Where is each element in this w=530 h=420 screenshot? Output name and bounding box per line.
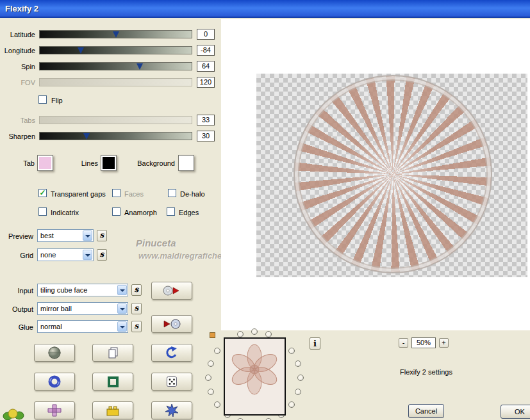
latitude-value[interactable]: 0 [197,29,215,40]
sphere-button[interactable] [34,344,75,362]
zoom-in-button[interactable]: + [439,338,449,348]
preset-dot[interactable] [214,348,220,354]
green-frame-icon [106,375,120,389]
transparent-gaps-checkbox[interactable]: ✓ [38,189,47,197]
preview-canvas[interactable] [221,19,530,330]
de-halo-label: De-halo [180,190,205,198]
output-select[interactable]: mirror ball [37,302,128,315]
indicatrix-checkbox[interactable] [38,207,47,216]
output-random-button[interactable]: s [131,303,142,314]
zoom-out-button[interactable]: - [399,338,408,348]
titlebar[interactable]: Flexify 2 [0,0,530,18]
preview-select[interactable]: best [37,229,94,242]
fov-row: FOV 120 [0,77,221,90]
input-random-button[interactable]: s [131,284,142,296]
slider-thumb[interactable] [113,31,119,38]
preview-label: Preview [0,232,33,240]
spin-value[interactable]: 64 [197,61,215,72]
slider-thumb[interactable] [83,133,90,140]
tab-color-label: Tab [12,159,35,167]
background-color-swatch[interactable] [178,155,194,171]
preset-dot[interactable] [237,331,244,337]
flexify2-dialog: Flexify 2 Latitude 0 Longitude -84 Spin … [0,0,530,420]
preset-dot[interactable] [288,401,295,408]
cancel-button[interactable]: Cancel [408,404,444,418]
preset-dot[interactable] [295,360,301,367]
longitude-value[interactable]: -84 [197,45,215,56]
flame-flower-icon[interactable] [3,406,26,420]
latitude-label: Latitude [0,31,35,38]
frame-button[interactable] [92,373,133,391]
cross-unfold-icon [47,403,62,417]
chevron-down-icon[interactable] [83,250,92,260]
de-halo-checkbox[interactable] [168,189,176,197]
slider-thumb[interactable] [78,47,84,54]
tabs-row: Tabs 33 [0,115,221,127]
copy-button[interactable] [92,344,133,362]
preset-dot[interactable] [208,360,214,367]
status-text: Flexify 2 settings [365,368,487,376]
edges-label: Edges [179,209,199,216]
preset-dot[interactable] [297,375,304,381]
glue-select[interactable]: normal [37,320,128,333]
faces-label: Faces [124,190,144,198]
preset-dot[interactable] [295,389,301,395]
preset-thumbnail[interactable] [224,337,286,416]
lego-brick-icon [105,403,120,417]
sharpen-value[interactable]: 30 [197,131,215,141]
preview-random-button[interactable]: s [97,230,107,241]
cross-unfold-button[interactable] [34,401,75,419]
ok-button[interactable]: OK [501,405,530,419]
chevron-down-icon[interactable] [117,321,127,332]
chevron-down-icon[interactable] [117,303,127,314]
grid-random-button[interactable]: s [97,249,107,261]
longitude-slider[interactable] [39,46,192,54]
spin-slider[interactable] [39,62,192,70]
torus-button[interactable] [34,373,75,391]
preset-dot[interactable] [251,328,258,335]
grid-select[interactable]: none [37,248,94,261]
render-disc-button[interactable] [151,282,192,300]
chevron-down-icon[interactable] [117,285,127,295]
sharpen-slider[interactable] [39,132,192,140]
flip-checkbox[interactable] [38,95,47,104]
star-polyhedron-icon [165,403,179,417]
input-select[interactable]: tiling cube face [37,284,128,296]
lines-color-label: Lines [76,159,98,167]
disc-play-icon [162,285,181,296]
latitude-slider[interactable] [39,30,192,38]
selected-preset-slot[interactable] [210,332,215,338]
spin-label: Spin [0,63,35,70]
preset-dot[interactable] [265,331,272,337]
edges-checkbox[interactable] [167,207,175,216]
preset-dot[interactable] [288,348,295,354]
undo-button[interactable] [151,344,192,362]
torus-ring-icon [47,375,62,389]
preset-dot[interactable] [214,401,220,408]
output-select-value: mirror ball [38,303,128,312]
play-disc-button[interactable] [151,315,192,333]
brick-button[interactable] [92,401,133,419]
anamorph-checkbox[interactable] [112,207,120,216]
fov-slider [39,78,192,86]
fov-label: FOV [0,79,35,86]
tab-color-swatch[interactable] [37,155,53,171]
preset-dot[interactable] [208,389,214,395]
anamorph-label: Anamorph [124,209,157,216]
grid-label: Grid [0,252,33,259]
chevron-down-icon[interactable] [83,230,92,241]
sphere-icon [47,346,62,360]
longitude-label: Longitude [0,47,35,54]
sharpen-label: Sharpen [0,133,35,140]
input-select-value: tiling cube face [38,284,128,294]
info-button[interactable]: i [310,337,320,350]
preset-dot[interactable] [205,375,211,381]
copy-page-icon [106,346,120,360]
star-polyhedron-button[interactable] [151,401,192,419]
slider-thumb[interactable] [137,63,143,70]
background-color-label: Background [133,159,175,167]
glue-random-button[interactable]: s [131,321,142,332]
undo-arrow-icon [165,346,179,360]
dice-button[interactable] [151,373,192,391]
lines-color-swatch[interactable] [101,155,117,171]
